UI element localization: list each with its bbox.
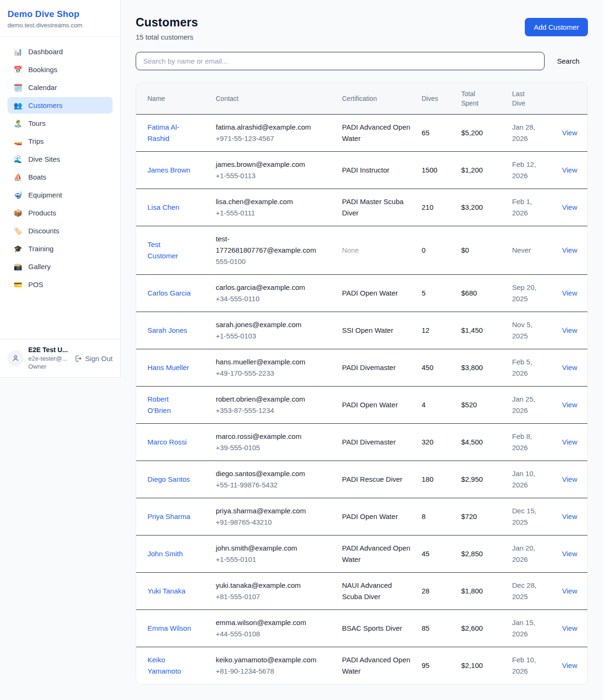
sidebar-item-label: Boats [28,173,46,181]
customer-count: 15 total customers [136,33,198,41]
customer-email: hans.mueller@example.com [216,356,320,368]
view-link[interactable]: View [562,587,577,595]
customer-name-link[interactable]: Marco Rossi [147,436,187,448]
view-link[interactable]: View [562,203,577,211]
customer-phone: 555-0100 [216,256,336,267]
sign-out-icon [74,354,82,362]
sidebar-item-boats[interactable]: ⛵ Boats [8,169,113,185]
camera-icon: 📸 [13,263,23,270]
sidebar-item-products[interactable]: 📦 Products [8,205,113,221]
customer-phone: +353-87-555-1234 [216,405,336,416]
table-header-row: Name Contact Certification Dives Total S… [136,83,587,115]
sidebar-item-gallery[interactable]: 📸 Gallery [8,258,113,275]
table-row: Yuki Tanaka yuki.tanaka@example.com +81-… [136,573,587,610]
table-row: Lisa Chen lisa.chen@example.com +1-555-0… [136,189,587,226]
sidebar-item-discounts[interactable]: 🏷️ Discounts [8,222,113,239]
customer-name-link[interactable]: Fatima Al-Rashid [147,122,192,144]
customer-name-link[interactable]: Diego Santos [147,474,190,485]
dives-value: 85 [422,623,461,634]
customer-email: john.smith@example.com [216,543,320,554]
total-spent-value: $1,200 [461,165,512,176]
add-customer-button[interactable]: Add Customer [525,18,588,36]
customer-name-link[interactable]: John Smith [147,548,183,560]
credit-card-icon: 💳 [13,281,23,288]
sidebar-item-bookings[interactable]: 📅 Bookings [8,61,113,78]
table-row: Carlos Garcia carlos.garcia@example.com … [136,275,587,312]
view-link[interactable]: View [562,246,577,254]
view-link[interactable]: View [562,401,577,409]
certification-value: PADI Advanced Open Water [342,122,413,144]
sidebar-item-dive-sites[interactable]: 🌊 Dive Sites [8,151,113,167]
last-dive-value: Feb 5, 2026 [512,356,542,379]
view-link[interactable]: View [562,326,577,334]
customer-phone: +81-555-0107 [216,591,336,602]
dives-value: 8 [422,511,461,522]
contact-cell: fatima.alrashid@example.com +971-55-123-… [216,122,342,144]
total-spent-value: $5,200 [461,127,512,139]
customer-name-link[interactable]: Yuki Tanaka [147,585,186,597]
total-spent-value: $4,500 [461,436,512,448]
sidebar-item-label: Bookings [28,66,57,74]
customer-name-link[interactable]: Priya Sharma [147,511,190,522]
table-row: James Brown james.brown@example.com +1-5… [136,152,587,189]
last-dive-value: Sep 20, 2025 [512,282,542,305]
view-link[interactable]: View [562,475,577,483]
sidebar-item-training[interactable]: 🎓 Training [8,240,113,257]
search-input[interactable] [136,52,545,70]
customer-phone: +81-90-1234-5678 [216,666,336,677]
customer-name-link[interactable]: Robert O'Brien [147,394,192,416]
view-link[interactable]: View [562,624,577,632]
view-link[interactable]: View [562,363,577,371]
speedboat-icon: 🚤 [13,138,23,145]
sign-out-button[interactable]: Sign Out [74,354,113,362]
customer-phone: +55-11-99876-5432 [216,479,336,491]
column-header-last-dive: Last Dive [512,83,562,114]
total-spent-value: $2,850 [461,548,512,560]
view-link[interactable]: View [562,289,577,297]
certification-value: PADI Open Water [342,399,413,411]
view-link[interactable]: View [562,512,577,520]
customer-name-link[interactable]: Emma Wilson [147,623,191,634]
customer-phone: +39-555-0105 [216,442,336,453]
last-dive-value: Jan 28, 2026 [512,122,542,144]
view-link[interactable]: View [562,129,577,137]
view-link[interactable]: View [562,438,577,446]
customer-name-link[interactable]: Sarah Jones [147,325,187,336]
search-button[interactable]: Search [557,57,579,65]
contact-cell: yuki.tanaka@example.com +81-555-0107 [216,580,342,602]
view-link[interactable]: View [562,550,577,558]
user-name: E2E Test U... [28,346,69,354]
sidebar-item-tours[interactable]: 🏝️ Tours [8,115,113,132]
people-icon: 👥 [13,102,23,109]
dives-value: 320 [422,436,461,448]
sidebar-item-pos[interactable]: 💳 POS [8,276,113,293]
certification-value: NAUI Advanced Scuba Diver [342,580,413,602]
column-header-dives: Dives [422,88,461,109]
customer-email: keiko.yamamoto@example.com [216,654,320,666]
customer-name-link[interactable]: Hans Mueller [147,362,189,373]
certification-value: PADI Open Water [342,511,413,522]
total-spent-value: $3,800 [461,362,512,373]
sidebar-item-calendar[interactable]: 🗓️ Calendar [8,79,113,96]
view-link[interactable]: View [562,166,577,174]
diving-mask-icon: 🤿 [13,191,23,198]
customer-email: diego.santos@example.com [216,468,320,479]
view-link[interactable]: View [562,661,577,669]
customer-phone: +44-555-0108 [216,628,336,640]
sidebar-item-customers[interactable]: 👥 Customers [8,97,113,114]
dives-value: 12 [422,325,461,336]
customer-name-link[interactable]: Keiko Yamamoto [147,654,192,677]
avatar [8,350,24,366]
customer-name-link[interactable]: Test Customer [147,239,192,262]
customer-name-link[interactable]: James Brown [147,165,190,176]
sidebar-item-dashboard[interactable]: 📊 Dashboard [8,43,113,60]
customer-email: yuki.tanaka@example.com [216,580,320,591]
sidebar-item-trips[interactable]: 🚤 Trips [8,133,113,149]
customer-name-link[interactable]: Lisa Chen [147,202,179,213]
column-header-actions [562,88,576,109]
table-row: Priya Sharma priya.sharma@example.com +9… [136,498,587,535]
sidebar-item-equipment[interactable]: 🤿 Equipment [8,187,113,203]
certification-value: PADI Advanced Open Water [342,543,413,565]
customer-name-link[interactable]: Carlos Garcia [147,288,191,299]
sidebar-item-label: Products [28,209,56,217]
